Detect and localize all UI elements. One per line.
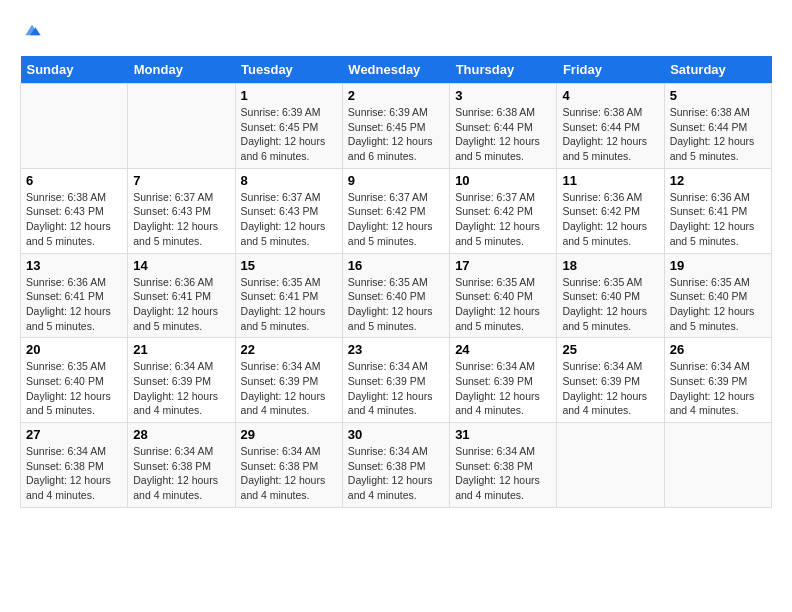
calendar-cell: 10Sunrise: 6:37 AM Sunset: 6:42 PM Dayli… [450, 168, 557, 253]
calendar-cell: 8Sunrise: 6:37 AM Sunset: 6:43 PM Daylig… [235, 168, 342, 253]
day-number: 17 [455, 258, 551, 273]
page-header [20, 20, 772, 40]
day-number: 8 [241, 173, 337, 188]
calendar-table: SundayMondayTuesdayWednesdayThursdayFrid… [20, 56, 772, 508]
day-number: 1 [241, 88, 337, 103]
day-number: 31 [455, 427, 551, 442]
day-number: 29 [241, 427, 337, 442]
day-number: 14 [133, 258, 229, 273]
day-info: Sunrise: 6:34 AM Sunset: 6:39 PM Dayligh… [348, 359, 444, 418]
calendar-cell: 30Sunrise: 6:34 AM Sunset: 6:38 PM Dayli… [342, 423, 449, 508]
day-info: Sunrise: 6:35 AM Sunset: 6:41 PM Dayligh… [241, 275, 337, 334]
calendar-week-4: 20Sunrise: 6:35 AM Sunset: 6:40 PM Dayli… [21, 338, 772, 423]
header-row: SundayMondayTuesdayWednesdayThursdayFrid… [21, 56, 772, 84]
calendar-cell: 2Sunrise: 6:39 AM Sunset: 6:45 PM Daylig… [342, 84, 449, 169]
calendar-cell: 1Sunrise: 6:39 AM Sunset: 6:45 PM Daylig… [235, 84, 342, 169]
day-info: Sunrise: 6:37 AM Sunset: 6:43 PM Dayligh… [241, 190, 337, 249]
day-number: 13 [26, 258, 122, 273]
day-number: 12 [670, 173, 766, 188]
calendar-cell: 11Sunrise: 6:36 AM Sunset: 6:42 PM Dayli… [557, 168, 664, 253]
day-number: 10 [455, 173, 551, 188]
day-number: 5 [670, 88, 766, 103]
calendar-cell: 21Sunrise: 6:34 AM Sunset: 6:39 PM Dayli… [128, 338, 235, 423]
calendar-cell: 31Sunrise: 6:34 AM Sunset: 6:38 PM Dayli… [450, 423, 557, 508]
col-header-thursday: Thursday [450, 56, 557, 84]
day-info: Sunrise: 6:38 AM Sunset: 6:44 PM Dayligh… [455, 105, 551, 164]
calendar-cell [664, 423, 771, 508]
calendar-cell: 29Sunrise: 6:34 AM Sunset: 6:38 PM Dayli… [235, 423, 342, 508]
day-info: Sunrise: 6:35 AM Sunset: 6:40 PM Dayligh… [670, 275, 766, 334]
day-info: Sunrise: 6:39 AM Sunset: 6:45 PM Dayligh… [241, 105, 337, 164]
calendar-cell: 17Sunrise: 6:35 AM Sunset: 6:40 PM Dayli… [450, 253, 557, 338]
day-info: Sunrise: 6:37 AM Sunset: 6:42 PM Dayligh… [348, 190, 444, 249]
day-info: Sunrise: 6:34 AM Sunset: 6:38 PM Dayligh… [133, 444, 229, 503]
calendar-cell: 23Sunrise: 6:34 AM Sunset: 6:39 PM Dayli… [342, 338, 449, 423]
calendar-cell: 26Sunrise: 6:34 AM Sunset: 6:39 PM Dayli… [664, 338, 771, 423]
day-info: Sunrise: 6:39 AM Sunset: 6:45 PM Dayligh… [348, 105, 444, 164]
day-info: Sunrise: 6:34 AM Sunset: 6:38 PM Dayligh… [348, 444, 444, 503]
calendar-week-1: 1Sunrise: 6:39 AM Sunset: 6:45 PM Daylig… [21, 84, 772, 169]
day-number: 16 [348, 258, 444, 273]
day-info: Sunrise: 6:35 AM Sunset: 6:40 PM Dayligh… [26, 359, 122, 418]
calendar-cell: 19Sunrise: 6:35 AM Sunset: 6:40 PM Dayli… [664, 253, 771, 338]
calendar-cell: 25Sunrise: 6:34 AM Sunset: 6:39 PM Dayli… [557, 338, 664, 423]
logo [20, 20, 42, 40]
calendar-cell: 24Sunrise: 6:34 AM Sunset: 6:39 PM Dayli… [450, 338, 557, 423]
calendar-cell: 16Sunrise: 6:35 AM Sunset: 6:40 PM Dayli… [342, 253, 449, 338]
col-header-sunday: Sunday [21, 56, 128, 84]
day-info: Sunrise: 6:37 AM Sunset: 6:42 PM Dayligh… [455, 190, 551, 249]
day-number: 6 [26, 173, 122, 188]
day-info: Sunrise: 6:36 AM Sunset: 6:42 PM Dayligh… [562, 190, 658, 249]
day-number: 9 [348, 173, 444, 188]
day-info: Sunrise: 6:37 AM Sunset: 6:43 PM Dayligh… [133, 190, 229, 249]
col-header-monday: Monday [128, 56, 235, 84]
calendar-cell: 20Sunrise: 6:35 AM Sunset: 6:40 PM Dayli… [21, 338, 128, 423]
day-info: Sunrise: 6:34 AM Sunset: 6:38 PM Dayligh… [26, 444, 122, 503]
day-number: 15 [241, 258, 337, 273]
calendar-week-3: 13Sunrise: 6:36 AM Sunset: 6:41 PM Dayli… [21, 253, 772, 338]
calendar-cell: 15Sunrise: 6:35 AM Sunset: 6:41 PM Dayli… [235, 253, 342, 338]
day-number: 28 [133, 427, 229, 442]
day-info: Sunrise: 6:35 AM Sunset: 6:40 PM Dayligh… [348, 275, 444, 334]
day-info: Sunrise: 6:38 AM Sunset: 6:44 PM Dayligh… [562, 105, 658, 164]
logo-icon [22, 20, 42, 40]
day-number: 23 [348, 342, 444, 357]
calendar-cell: 3Sunrise: 6:38 AM Sunset: 6:44 PM Daylig… [450, 84, 557, 169]
calendar-cell [21, 84, 128, 169]
calendar-cell: 5Sunrise: 6:38 AM Sunset: 6:44 PM Daylig… [664, 84, 771, 169]
day-number: 3 [455, 88, 551, 103]
day-info: Sunrise: 6:38 AM Sunset: 6:43 PM Dayligh… [26, 190, 122, 249]
calendar-cell: 28Sunrise: 6:34 AM Sunset: 6:38 PM Dayli… [128, 423, 235, 508]
day-number: 27 [26, 427, 122, 442]
col-header-saturday: Saturday [664, 56, 771, 84]
day-info: Sunrise: 6:34 AM Sunset: 6:38 PM Dayligh… [455, 444, 551, 503]
calendar-cell: 12Sunrise: 6:36 AM Sunset: 6:41 PM Dayli… [664, 168, 771, 253]
day-number: 19 [670, 258, 766, 273]
calendar-cell: 7Sunrise: 6:37 AM Sunset: 6:43 PM Daylig… [128, 168, 235, 253]
calendar-cell: 14Sunrise: 6:36 AM Sunset: 6:41 PM Dayli… [128, 253, 235, 338]
day-number: 18 [562, 258, 658, 273]
day-info: Sunrise: 6:36 AM Sunset: 6:41 PM Dayligh… [670, 190, 766, 249]
calendar-cell: 18Sunrise: 6:35 AM Sunset: 6:40 PM Dayli… [557, 253, 664, 338]
calendar-cell: 13Sunrise: 6:36 AM Sunset: 6:41 PM Dayli… [21, 253, 128, 338]
day-info: Sunrise: 6:34 AM Sunset: 6:39 PM Dayligh… [133, 359, 229, 418]
day-info: Sunrise: 6:38 AM Sunset: 6:44 PM Dayligh… [670, 105, 766, 164]
day-info: Sunrise: 6:34 AM Sunset: 6:38 PM Dayligh… [241, 444, 337, 503]
day-info: Sunrise: 6:34 AM Sunset: 6:39 PM Dayligh… [670, 359, 766, 418]
calendar-cell [128, 84, 235, 169]
day-number: 24 [455, 342, 551, 357]
day-info: Sunrise: 6:35 AM Sunset: 6:40 PM Dayligh… [562, 275, 658, 334]
day-number: 11 [562, 173, 658, 188]
col-header-friday: Friday [557, 56, 664, 84]
col-header-tuesday: Tuesday [235, 56, 342, 84]
day-info: Sunrise: 6:34 AM Sunset: 6:39 PM Dayligh… [562, 359, 658, 418]
day-number: 20 [26, 342, 122, 357]
calendar-week-2: 6Sunrise: 6:38 AM Sunset: 6:43 PM Daylig… [21, 168, 772, 253]
day-number: 7 [133, 173, 229, 188]
day-number: 21 [133, 342, 229, 357]
calendar-cell: 4Sunrise: 6:38 AM Sunset: 6:44 PM Daylig… [557, 84, 664, 169]
calendar-cell: 9Sunrise: 6:37 AM Sunset: 6:42 PM Daylig… [342, 168, 449, 253]
day-number: 25 [562, 342, 658, 357]
day-number: 4 [562, 88, 658, 103]
day-number: 22 [241, 342, 337, 357]
